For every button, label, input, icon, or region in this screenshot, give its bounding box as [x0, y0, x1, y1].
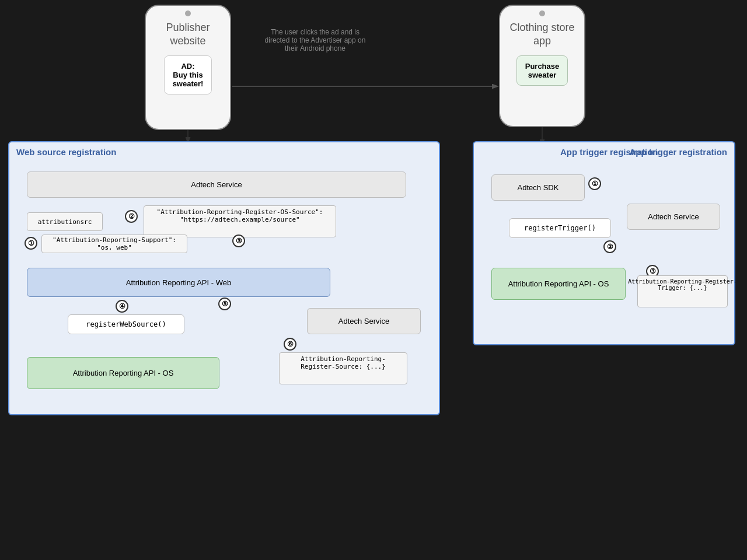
web-api-os: Attribution Reporting API - OS — [27, 357, 219, 389]
web-api-web: Attribution Reporting API - Web — [27, 268, 330, 297]
ad-label: AD:Buy thissweater! — [173, 62, 204, 88]
step-5-circle: ⑤ — [218, 298, 231, 310]
clothing-phone-dot — [539, 10, 545, 16]
register-web-source-box: registerWebSource() — [68, 314, 184, 334]
register-trigger-header-box: Attribution-Reporting-Register-Trigger: … — [637, 275, 728, 307]
publisher-phone: Publisherwebsite AD:Buy thissweater! — [145, 5, 231, 130]
diagram-area: Publisherwebsite AD:Buy thissweater! The… — [0, 0, 747, 560]
app-title-label: App trigger registration — [560, 147, 658, 157]
header-response-box: "Attribution-Reporting-Register-OS-Sourc… — [144, 205, 336, 237]
web-adtech-service-top: Adtech Service — [27, 172, 406, 198]
clothing-phone-title: Clothing storeapp — [502, 19, 581, 51]
step-1-circle: ① — [25, 237, 37, 250]
register-source-header-box: Attribution-Reporting-Register-Source: {… — [279, 352, 407, 384]
app-trigger-section: App trigger registration Adtech SDK ① re… — [473, 141, 735, 345]
purchase-label: Purchasesweater — [525, 62, 560, 79]
web-section-title: Web source registration — [16, 147, 116, 157]
step-6-circle: ⑥ — [284, 338, 296, 351]
app-adtech-sdk: Adtech SDK — [491, 174, 585, 201]
arrow-label: The user clicks the ad and isdirected to… — [251, 28, 379, 52]
app-adtech-service: Adtech Service — [627, 204, 720, 230]
step-4-circle: ④ — [116, 300, 128, 313]
publisher-ad-content: AD:Buy thissweater! — [164, 55, 212, 94]
register-web-source-label: registerWebSource() — [86, 320, 166, 328]
attributionsrc-box: attributionsrc — [27, 212, 103, 231]
clothing-purchase-button: Purchasesweater — [516, 55, 568, 86]
arrow-label-text: The user clicks the ad and isdirected to… — [265, 28, 366, 52]
clothing-phone: Clothing storeapp Purchasesweater — [499, 5, 585, 127]
step-2-circle: ② — [125, 210, 138, 223]
register-trigger-label: registerTrigger() — [524, 224, 596, 232]
web-adtech-service-bottom: Adtech Service — [307, 308, 421, 334]
app-step-2-circle: ② — [603, 240, 616, 253]
publisher-phone-title: Publisherwebsite — [159, 19, 217, 51]
web-source-section: Web source registration Adtech Service a… — [8, 141, 440, 415]
app-step-1-circle: ① — [588, 177, 601, 190]
register-trigger-box: registerTrigger() — [509, 218, 611, 238]
support-header-box: "Attribution-Reporting-Support": "os, we… — [41, 235, 187, 253]
app-api-os: Attribution Reporting API - OS — [491, 268, 626, 300]
publisher-phone-dot — [185, 10, 191, 16]
step-3-circle: ③ — [232, 235, 245, 247]
